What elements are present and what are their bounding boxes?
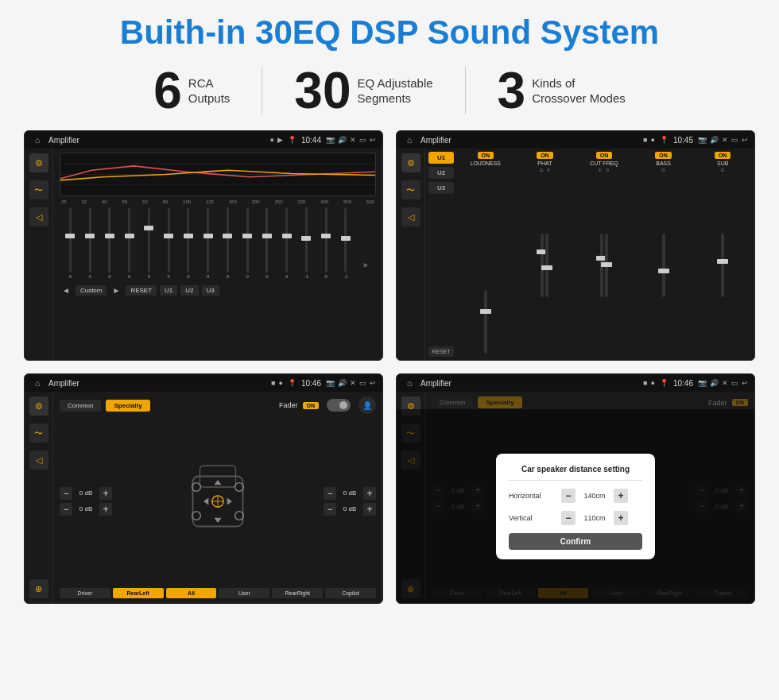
status-bar-1: ⌂ Amplifier ● ▶ 📍 10:44 📷 🔊 ✕ ▭ ↩ bbox=[25, 131, 382, 149]
vertical-plus-btn[interactable]: + bbox=[614, 511, 628, 525]
phat-on-badge: ON bbox=[537, 152, 553, 159]
fader-on-badge: ON bbox=[303, 402, 320, 409]
screen-content-1: ⚙ 〜 ◁ bbox=[25, 149, 382, 360]
wave-icon-3[interactable]: 〜 bbox=[29, 423, 48, 443]
speaker-icon-3[interactable]: ◁ bbox=[29, 451, 48, 470]
home-icon-4[interactable]: ⌂ bbox=[403, 377, 416, 389]
dialog-vertical-row: Vertical − 110cm + bbox=[509, 511, 642, 525]
wave-icon-2[interactable]: 〜 bbox=[401, 180, 421, 199]
horizontal-minus-btn[interactable]: − bbox=[561, 489, 576, 503]
status-icons-1: ● ▶ bbox=[270, 136, 283, 144]
cross-controls: ON LOUDNESS ON PHAT G bbox=[457, 152, 751, 357]
eq-slider-11: 0 bbox=[277, 207, 296, 279]
user-btn[interactable]: User bbox=[219, 588, 269, 598]
vol-fl-minus[interactable]: − bbox=[60, 487, 72, 500]
cross-u3-btn[interactable]: U3 bbox=[428, 182, 454, 194]
vol-rr-minus[interactable]: − bbox=[324, 503, 336, 516]
vol-rl-minus[interactable]: − bbox=[60, 503, 72, 516]
vol-rl-plus[interactable]: + bbox=[99, 503, 112, 516]
loudness-slider[interactable] bbox=[484, 290, 487, 354]
eq-slider-2: 0 bbox=[101, 207, 119, 279]
status-misc-2: 📷🔊✕▭↩ bbox=[698, 136, 748, 144]
rect-icon: ▭ bbox=[359, 136, 366, 144]
cross-bass: ON BASS G bbox=[635, 152, 692, 357]
eq-icon-3[interactable]: ⚙ bbox=[29, 396, 48, 416]
eq-more: » bbox=[356, 207, 374, 279]
eq-graph bbox=[60, 153, 376, 196]
stats-row: 6 RCA Outputs 30 EQ Adjustable Segments … bbox=[24, 65, 755, 116]
cross-u2-btn[interactable]: U2 bbox=[428, 167, 454, 179]
bass-on-badge: ON bbox=[655, 152, 672, 159]
cross-u1-btn[interactable]: U1 bbox=[428, 152, 454, 164]
eq-slider-10: 0 bbox=[258, 207, 277, 279]
sub-slider[interactable] bbox=[721, 234, 724, 297]
phat-slider-f[interactable] bbox=[545, 234, 548, 297]
stat-crossover-number: 3 bbox=[498, 65, 526, 116]
rearleft-btn[interactable]: RearLeft bbox=[113, 588, 164, 598]
sub-label: SUB bbox=[717, 160, 728, 166]
eq-reset-btn[interactable]: RESET bbox=[126, 285, 157, 296]
home-icon[interactable]: ⌂ bbox=[31, 133, 44, 146]
cutfreq-slider-g[interactable] bbox=[605, 234, 608, 297]
wave-icon[interactable]: 〜 bbox=[29, 180, 48, 199]
eq-slider-6: 0 bbox=[180, 207, 198, 279]
vol-fr-plus[interactable]: + bbox=[363, 487, 376, 500]
eq-bottom-bar: ◄ Custom ► RESET U1 U2 U3 bbox=[60, 282, 376, 298]
loudness-on-badge: ON bbox=[478, 152, 494, 159]
tab-common[interactable]: Common bbox=[60, 400, 101, 412]
vol-rr-plus[interactable]: + bbox=[363, 503, 376, 516]
screens-grid: ⌂ Amplifier ● ▶ 📍 10:44 📷 🔊 ✕ ▭ ↩ bbox=[24, 130, 755, 604]
horizontal-plus-btn[interactable]: + bbox=[614, 489, 628, 503]
cross-presets: U1 U2 U3 RESET bbox=[428, 152, 454, 357]
stat-rca-number: 6 bbox=[153, 65, 182, 116]
back-icon[interactable]: ↩ bbox=[370, 136, 376, 144]
eq-u3-btn[interactable]: U3 bbox=[202, 285, 219, 296]
vertical-stepper: − 110cm + bbox=[561, 511, 628, 525]
eq-slider-8: 0 bbox=[219, 207, 237, 279]
dialog-overlay: Car speaker distance setting Horizontal … bbox=[397, 409, 754, 603]
horizontal-stepper: − 140cm + bbox=[561, 489, 628, 503]
status-time-3: 10:46 bbox=[301, 379, 321, 388]
confirm-button[interactable]: Confirm bbox=[509, 533, 642, 550]
vol-fl-plus[interactable]: + bbox=[99, 487, 112, 500]
eq-main: 25 32 40 50 63 80 100 125 160 200 250 32… bbox=[53, 149, 382, 360]
eq-u2-btn[interactable]: U2 bbox=[180, 285, 198, 296]
status-icons-3: ■● bbox=[271, 379, 283, 387]
status-icons-2: ■ ● bbox=[643, 136, 655, 144]
copilot-btn[interactable]: Copilot bbox=[325, 588, 376, 598]
eq-u1-btn[interactable]: U1 bbox=[160, 285, 177, 296]
bass-slider[interactable] bbox=[662, 234, 665, 297]
fader-toggle[interactable] bbox=[327, 399, 351, 412]
status-misc-4: 📷🔊✕▭↩ bbox=[698, 379, 748, 387]
location-icon-3: 📍 bbox=[288, 379, 296, 387]
cross-reset-btn[interactable]: RESET bbox=[428, 346, 454, 357]
eq-next-btn[interactable]: ► bbox=[110, 286, 122, 295]
speaker-icon[interactable]: ◁ bbox=[29, 207, 48, 226]
tab-specialty[interactable]: Specialty bbox=[106, 400, 149, 412]
all-btn[interactable]: All bbox=[166, 588, 217, 598]
eq-icon-2[interactable]: ⚙ bbox=[401, 153, 421, 172]
driver-btn[interactable]: Driver bbox=[60, 588, 110, 598]
vertical-minus-btn[interactable]: − bbox=[561, 511, 576, 525]
eq-icon[interactable]: ⚙ bbox=[29, 153, 48, 172]
svg-marker-15 bbox=[227, 497, 232, 505]
home-icon-3[interactable]: ⌂ bbox=[31, 377, 44, 389]
fader-settings-icon[interactable]: 👤 bbox=[358, 396, 376, 414]
balance-icon[interactable]: ⊕ bbox=[29, 579, 48, 598]
vol-row-rl: − 0 dB + bbox=[60, 503, 112, 516]
vol-fr-minus[interactable]: − bbox=[324, 487, 336, 500]
dot-icon: ● bbox=[270, 136, 274, 144]
eq-slider-4: 5 bbox=[140, 207, 158, 279]
vertical-value: 110cm bbox=[579, 514, 610, 522]
eq-prev-btn[interactable]: ◄ bbox=[60, 286, 72, 295]
eq-slider-1: 0 bbox=[81, 207, 99, 279]
rearright-btn[interactable]: RearRight bbox=[272, 588, 323, 598]
speaker-icon-2[interactable]: ◁ bbox=[401, 207, 421, 226]
eq-graph-svg bbox=[60, 153, 375, 195]
home-icon-2[interactable]: ⌂ bbox=[403, 133, 416, 146]
svg-marker-13 bbox=[215, 517, 222, 522]
screen-content-3: ⚙ 〜 ◁ ⊕ Common Specialty Fader ON bbox=[25, 392, 382, 603]
app-title-4: Amplifier bbox=[421, 379, 638, 388]
vol-row-fl: − 0 dB + bbox=[60, 487, 112, 500]
screen-sidebar-1: ⚙ 〜 ◁ bbox=[25, 149, 53, 360]
